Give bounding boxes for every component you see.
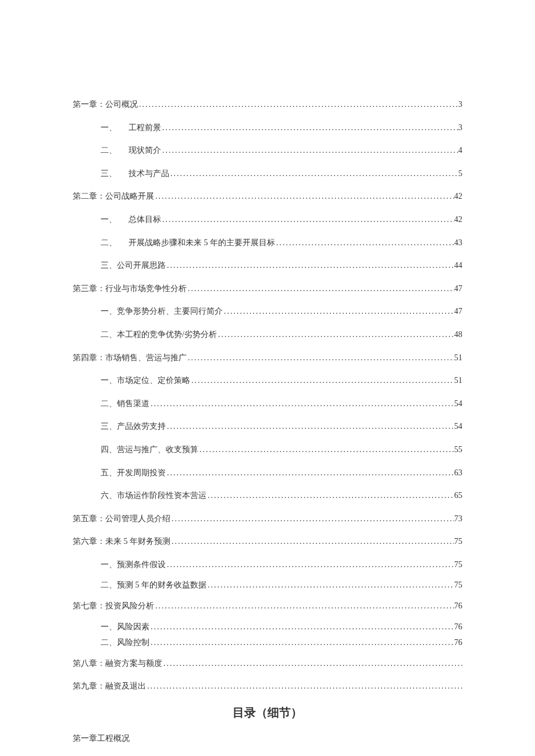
toc-leader-dots <box>154 191 454 202</box>
toc-page-number: 76 <box>454 600 462 612</box>
toc-leader-dots <box>169 168 458 180</box>
toc-leader-dots <box>149 621 454 633</box>
toc-page-number: 42 <box>454 214 462 225</box>
toc-page-number: 44 <box>454 260 462 271</box>
toc-entry: 三、公司开展思路44 <box>101 260 462 271</box>
toc-entry: 一、工程前景3 <box>101 122 462 134</box>
toc-page-number: 54 <box>454 398 462 410</box>
toc-label: 第五章：公司管理人员介绍 <box>73 513 170 525</box>
toc-label: 二、本工程的竞争优势/劣势分析 <box>101 329 217 341</box>
toc-label: 第九章：融资及退出 <box>73 680 146 692</box>
toc-entry: 一、总体目标42 <box>101 214 462 225</box>
toc-number: 一、 <box>101 122 129 134</box>
toc-entry: 第四章：市场销售、营运与推广51 <box>73 352 462 364</box>
toc-page-number: 63 <box>454 467 462 479</box>
toc-leader-dots <box>166 260 454 271</box>
toc-number: 二、 <box>101 145 129 156</box>
toc-label: 第一章：公司概况 <box>73 99 138 110</box>
toc-leader-dots <box>161 214 454 225</box>
toc-page-number: 51 <box>454 352 462 364</box>
toc-number: 一、 <box>101 214 129 225</box>
toc-label: 五、开发周期投资 <box>101 467 166 479</box>
toc-entry: 三、产品效劳支持54 <box>101 421 462 432</box>
toc-entry: 第七章：投资风险分析76 <box>73 600 462 612</box>
body-paragraph: 第一章工程概况 <box>73 733 462 744</box>
toc-entry: 第六章：未来 5 年财务预测75 <box>73 536 462 547</box>
toc-label: 总体目标 <box>129 214 161 225</box>
table-of-contents: 第一章：公司概况3一、工程前景3二、现状简介4三、技术与产品5第二章：公司战略开… <box>73 99 462 692</box>
toc-leader-dots <box>166 467 454 479</box>
toc-label: 二、预测 5 年的财务收益数据 <box>101 579 206 591</box>
toc-entry: 一、预测条件假设75 <box>101 559 462 571</box>
toc-entry: 第三章：行业与市场竞争性分析47 <box>73 283 462 295</box>
toc-page-number: 76 <box>454 637 462 648</box>
toc-page-number: 75 <box>454 536 462 547</box>
toc-entry: 第九章：融资及退出 <box>73 680 462 692</box>
toc-leader-dots <box>149 637 454 648</box>
toc-label: 第四章：市场销售、营运与推广 <box>73 352 187 364</box>
toc-entry: 一、竞争形势分析、主要同行简介47 <box>101 306 462 317</box>
toc-leader-dots <box>166 421 454 432</box>
toc-label: 三、公司开展思路 <box>101 260 166 271</box>
toc-page-number: 3 <box>458 122 462 134</box>
toc-leader-dots <box>170 536 454 547</box>
toc-leader-dots <box>190 375 454 386</box>
toc-entry: 一、风险因素76 <box>101 621 462 633</box>
toc-page-number: 47 <box>454 306 462 317</box>
toc-leader-dots <box>217 329 454 341</box>
toc-label: 第三章：行业与市场竞争性分析 <box>73 283 187 295</box>
toc-page-number: 48 <box>454 329 462 341</box>
toc-label: 第七章：投资风险分析 <box>73 600 154 612</box>
toc-leader-dots <box>138 99 458 110</box>
toc-entry: 二、预测 5 年的财务收益数据75 <box>101 579 462 591</box>
toc-page-number: 54 <box>454 421 462 432</box>
toc-leader-dots <box>166 559 454 571</box>
toc-page-number: 43 <box>454 237 462 249</box>
toc-page-number: 5 <box>458 168 462 180</box>
toc-label: 一、市场定位、定价策略 <box>101 375 190 386</box>
toc-number: 二、 <box>101 237 129 249</box>
toc-page-number: 55 <box>454 444 462 456</box>
toc-entry: 二、风险控制76 <box>101 637 462 648</box>
toc-number: 三、 <box>101 168 129 180</box>
toc-page-number: 4 <box>458 145 462 156</box>
toc-entry: 第一章：公司概况3 <box>73 99 462 110</box>
toc-leader-dots <box>161 122 458 134</box>
toc-label: 第六章：未来 5 年财务预测 <box>73 536 170 547</box>
toc-page-number: 3 <box>458 99 462 110</box>
toc-label: 六、市场运作阶段性资本营运 <box>101 490 206 501</box>
toc-leader-dots <box>170 513 454 525</box>
toc-label: 二、风险控制 <box>101 637 149 648</box>
toc-leader-dots <box>198 444 454 456</box>
toc-label: 一、预测条件假设 <box>101 559 166 571</box>
toc-entry: 二、开展战略步骤和未来 5 年的主要开展目标43 <box>101 237 462 249</box>
toc-entry: 第八章：融资方案与额度 <box>73 658 462 669</box>
toc-label: 一、风险因素 <box>101 621 149 633</box>
toc-label: 现状简介 <box>129 145 161 156</box>
toc-leader-dots <box>187 283 454 295</box>
toc-entry: 三、技术与产品5 <box>101 168 462 180</box>
toc-page-number: 73 <box>454 513 462 525</box>
toc-label: 第二章：公司战略开展 <box>73 191 154 202</box>
toc-page-number: 76 <box>454 621 462 633</box>
toc-leader-dots <box>206 490 454 501</box>
toc-label: 开展战略步骤和未来 5 年的主要开展目标 <box>129 237 275 249</box>
toc-entry: 第五章：公司管理人员介绍73 <box>73 513 462 525</box>
toc-leader-dots <box>223 306 454 317</box>
toc-label: 三、产品效劳支持 <box>101 421 166 432</box>
toc-leader-dots <box>187 352 454 364</box>
toc-entry: 一、市场定位、定价策略51 <box>101 375 462 386</box>
toc-page-number: 75 <box>454 579 462 591</box>
toc-leader-dots <box>275 237 454 249</box>
toc-page-number: 47 <box>454 283 462 295</box>
toc-entry: 第二章：公司战略开展42 <box>73 191 462 202</box>
toc-leader-dots <box>149 398 454 410</box>
toc-page-number: 42 <box>454 191 462 202</box>
toc-label: 二、销售渠道 <box>101 398 149 410</box>
toc-leader-dots <box>162 658 462 669</box>
toc-entry: 二、本工程的竞争优势/劣势分析48 <box>101 329 462 341</box>
section-heading: 目录（细节） <box>73 705 462 721</box>
toc-entry: 二、现状简介4 <box>101 145 462 156</box>
toc-entry: 二、销售渠道54 <box>101 398 462 410</box>
toc-label: 第八章：融资方案与额度 <box>73 658 162 669</box>
